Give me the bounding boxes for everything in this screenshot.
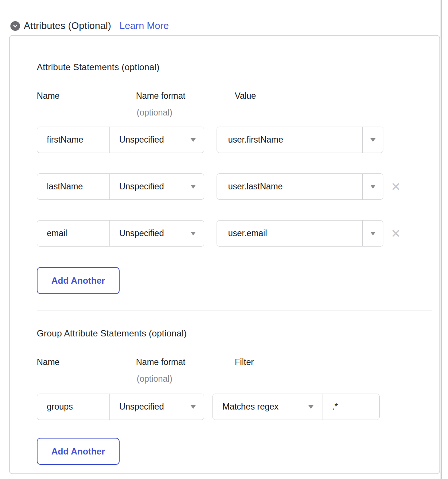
group-name-value: groups: [47, 402, 73, 412]
attribute-row: email Unspecified user.email ✕: [37, 220, 431, 247]
value-select-toggle[interactable]: [362, 174, 383, 199]
chevron-down-icon: [370, 232, 376, 235]
filter-value-text: .*: [332, 402, 338, 412]
name-format-select[interactable]: Unspecified: [109, 221, 204, 246]
name-and-format-group: lastName Unspecified: [37, 173, 204, 200]
attribute-statements-heading: Attribute Statements (optional): [37, 63, 431, 72]
name-format-select[interactable]: Unspecified: [109, 174, 204, 199]
filter-value-input[interactable]: .*: [322, 394, 379, 420]
group-attribute-column-headers: Name Name format Filter (optional): [37, 358, 431, 383]
column-header-name-format: Name format: [136, 92, 235, 100]
learn-more-link[interactable]: Learn More: [119, 20, 169, 32]
column-header-name: Name: [37, 358, 136, 366]
attribute-name-input[interactable]: firstName: [37, 127, 109, 153]
chevron-down-icon: [191, 185, 196, 189]
chevron-down-icon: [191, 232, 196, 235]
attribute-name-input[interactable]: lastName: [37, 174, 109, 199]
group-name-input[interactable]: groups: [37, 394, 109, 420]
chevron-down-icon: [370, 185, 376, 189]
attribute-value-text: user.lastName: [228, 182, 283, 192]
remove-row-icon[interactable]: ✕: [391, 228, 401, 240]
name-format-value: Unspecified: [119, 228, 164, 238]
value-group: user.firstName: [217, 127, 383, 153]
chevron-down-icon: [191, 138, 196, 142]
value-group: user.lastName: [217, 173, 383, 200]
chevron-down-icon: [191, 405, 196, 409]
attributes-section-header: Attributes (Optional) Learn More: [10, 20, 169, 32]
filter-type-value: Matches regex: [223, 402, 279, 412]
name-format-select[interactable]: Unspecified: [109, 127, 204, 153]
section-title: Attributes (Optional): [24, 20, 111, 32]
value-group: user.email: [217, 220, 383, 247]
name-format-value: Unspecified: [119, 135, 164, 145]
attribute-value-input[interactable]: user.lastName: [217, 174, 362, 199]
column-header-name-format-note: (optional): [137, 375, 235, 383]
attribute-value-input[interactable]: user.email: [217, 221, 362, 246]
group-attribute-row: groups Unspecified Matches regex .*: [37, 394, 431, 420]
attribute-value-text: user.email: [228, 228, 267, 238]
filter-group: Matches regex .*: [212, 394, 380, 420]
name-format-value: Unspecified: [119, 182, 164, 192]
chevron-down-circle-icon[interactable]: [10, 21, 20, 31]
group-attribute-rows: groups Unspecified Matches regex .*: [37, 394, 431, 420]
attribute-name-value: firstName: [47, 135, 83, 145]
attribute-value-input[interactable]: user.firstName: [217, 127, 362, 153]
filter-type-select[interactable]: Matches regex: [213, 394, 322, 420]
attributes-panel: Attribute Statements (optional) Name Nam…: [9, 35, 440, 474]
value-select-toggle[interactable]: [362, 221, 383, 246]
value-select-toggle[interactable]: [362, 127, 383, 153]
column-header-name: Name: [37, 92, 136, 100]
add-another-group-attribute-button[interactable]: Add Another: [37, 438, 120, 465]
chevron-down-icon: [370, 138, 376, 142]
name-and-format-group: email Unspecified: [37, 220, 204, 247]
attribute-name-value: email: [47, 228, 67, 238]
attribute-statements-rows: firstName Unspecified user.firstName ✕: [37, 127, 431, 247]
attribute-statements-column-headers: Name Name format Value (optional): [37, 92, 431, 117]
attribute-row: lastName Unspecified user.lastName ✕: [37, 173, 431, 200]
column-header-name-format-note: (optional): [137, 108, 235, 117]
add-another-attribute-button[interactable]: Add Another: [37, 267, 120, 294]
column-header-value: Value: [235, 92, 431, 100]
attribute-name-value: lastName: [47, 182, 83, 192]
group-attribute-statements-heading: Group Attribute Statements (optional): [37, 329, 431, 338]
column-header-filter: Filter: [235, 358, 431, 366]
page-right-border: [441, 0, 442, 479]
chevron-down-icon: [308, 405, 314, 409]
name-and-format-group: firstName Unspecified: [37, 127, 204, 153]
name-format-select[interactable]: Unspecified: [109, 394, 204, 420]
attribute-name-input[interactable]: email: [37, 221, 109, 246]
attribute-value-text: user.firstName: [228, 135, 283, 145]
name-format-value: Unspecified: [119, 402, 164, 412]
section-divider: [37, 310, 432, 310]
attribute-row: firstName Unspecified user.firstName ✕: [37, 127, 431, 153]
column-header-name-format: Name format: [136, 358, 235, 366]
name-and-format-group: groups Unspecified: [37, 394, 204, 420]
remove-row-icon[interactable]: ✕: [391, 181, 401, 193]
